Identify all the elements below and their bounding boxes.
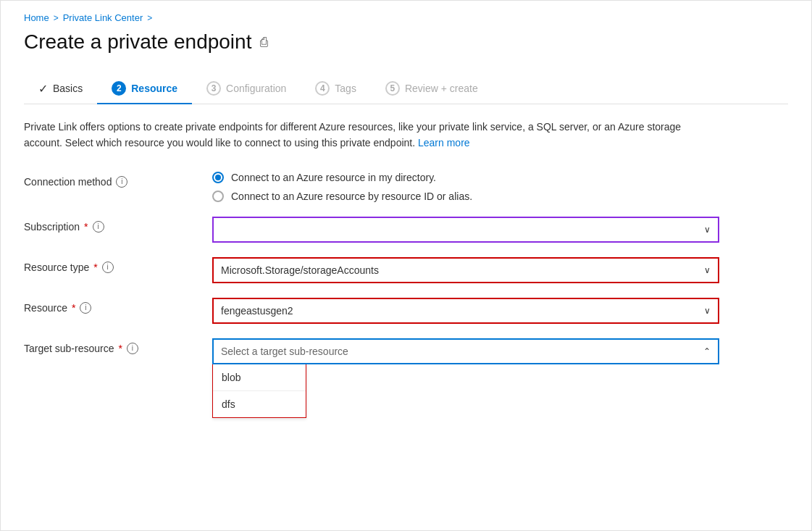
connection-method-row: Connection method i Connect to an Azure … xyxy=(24,172,788,202)
tab-configuration-label: Configuration xyxy=(226,83,286,94)
target-sub-resource-dropdown[interactable]: Select a target sub-resource ⌃ xyxy=(212,338,719,364)
resource-dropdown[interactable]: fengeastusgen2 ∨ xyxy=(212,298,719,324)
resource-type-control: Microsoft.Storage/storageAccounts ∨ xyxy=(212,257,719,283)
basics-checkmark: ✓ xyxy=(38,82,48,96)
target-sub-resource-label: Target sub-resource * i xyxy=(24,338,212,354)
radio-resource-id-label: Connect to an Azure resource by resource… xyxy=(231,191,472,202)
resource-value: fengeastusgen2 xyxy=(221,305,293,317)
resource-info-icon[interactable]: i xyxy=(80,302,91,314)
resource-required: * xyxy=(72,302,75,314)
resource-label: Resource * i xyxy=(24,298,212,314)
resource-type-dropdown[interactable]: Microsoft.Storage/storageAccounts ∨ xyxy=(212,257,719,283)
option-blob[interactable]: blob xyxy=(213,364,306,391)
configuration-tab-number: 3 xyxy=(206,81,221,96)
tab-configuration[interactable]: 3 Configuration xyxy=(192,74,301,104)
tab-tags-label: Tags xyxy=(335,83,356,94)
resource-control: fengeastusgen2 ∨ xyxy=(212,298,719,324)
tags-tab-number: 4 xyxy=(315,81,330,96)
resource-type-required: * xyxy=(93,262,97,273)
resource-type-row: Resource type * i Microsoft.Storage/stor… xyxy=(24,257,788,283)
radio-circle-directory[interactable] xyxy=(212,172,224,183)
subscription-control: ∨ xyxy=(212,217,719,243)
radio-directory[interactable]: Connect to an Azure resource in my direc… xyxy=(212,172,719,183)
resource-type-info-icon[interactable]: i xyxy=(102,262,114,273)
tab-resource-label: Resource xyxy=(131,83,177,94)
page-title: Create a private endpoint xyxy=(24,30,251,54)
print-icon[interactable]: ⎙ xyxy=(260,35,268,50)
breadcrumb: Home > Private Link Center > xyxy=(24,12,788,23)
target-sub-resource-options: blob dfs xyxy=(212,364,306,418)
target-sub-resource-info-icon[interactable]: i xyxy=(127,343,138,354)
breadcrumb-home[interactable]: Home xyxy=(24,12,49,23)
breadcrumb-sep1: > xyxy=(54,13,59,23)
resource-chevron: ∨ xyxy=(704,306,711,316)
resource-type-value: Microsoft.Storage/storageAccounts xyxy=(221,264,379,276)
target-sub-resource-row: Target sub-resource * i Select a target … xyxy=(24,338,788,364)
tab-basics-label: Basics xyxy=(53,83,83,94)
option-dfs[interactable]: dfs xyxy=(213,391,306,417)
resource-row: Resource * i fengeastusgen2 ∨ xyxy=(24,298,788,324)
connection-method-label: Connection method i xyxy=(24,172,212,188)
subscription-dropdown[interactable]: ∨ xyxy=(212,217,719,243)
target-sub-resource-required: * xyxy=(119,343,122,354)
target-sub-resource-control: Select a target sub-resource ⌃ blob dfs xyxy=(212,338,719,364)
radio-group-connection: Connect to an Azure resource in my direc… xyxy=(212,172,719,202)
tab-review-create[interactable]: 5 Review + create xyxy=(371,74,493,104)
breadcrumb-private-link[interactable]: Private Link Center xyxy=(63,12,143,23)
radio-directory-label: Connect to an Azure resource in my direc… xyxy=(231,172,436,183)
tab-review-label: Review + create xyxy=(405,83,478,94)
target-sub-resource-chevron: ⌃ xyxy=(703,346,711,356)
resource-type-chevron: ∨ xyxy=(704,265,711,275)
subscription-required: * xyxy=(84,221,88,233)
connection-method-info-icon[interactable]: i xyxy=(116,176,127,188)
breadcrumb-sep2: > xyxy=(147,13,152,23)
radio-resource-id[interactable]: Connect to an Azure resource by resource… xyxy=(212,191,719,202)
subscription-label: Subscription * i xyxy=(24,217,212,233)
connection-method-options: Connect to an Azure resource in my direc… xyxy=(212,172,719,202)
resource-tab-number: 2 xyxy=(112,81,126,96)
page-container: Home > Private Link Center > Create a pr… xyxy=(0,0,812,531)
subscription-chevron: ∨ xyxy=(704,225,711,235)
subscription-info-icon[interactable]: i xyxy=(93,221,104,233)
tab-tags[interactable]: 4 Tags xyxy=(301,74,371,104)
target-sub-resource-placeholder: Select a target sub-resource xyxy=(221,346,348,357)
radio-circle-resource-id[interactable] xyxy=(212,191,224,202)
review-tab-number: 5 xyxy=(385,81,400,96)
resource-type-label: Resource type * i xyxy=(24,257,212,273)
page-title-row: Create a private endpoint ⎙ xyxy=(24,30,788,54)
tab-basics[interactable]: ✓ Basics xyxy=(24,75,97,104)
tabs-container: ✓ Basics 2 Resource 3 Configuration 4 Ta… xyxy=(24,74,788,104)
tab-resource[interactable]: 2 Resource xyxy=(97,74,192,104)
description-text: Private Link offers options to create pr… xyxy=(24,119,712,151)
subscription-row: Subscription * i ∨ xyxy=(24,217,788,243)
learn-more-link[interactable]: Learn more xyxy=(418,137,470,149)
